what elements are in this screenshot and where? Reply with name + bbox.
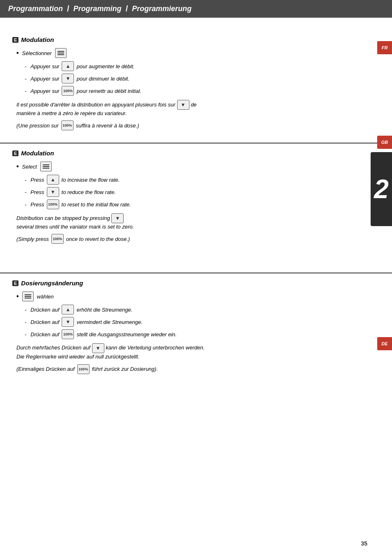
fr-note1-down-icon[interactable] (177, 100, 189, 110)
page-header: Programmation / Programming / Programmie… (0, 0, 392, 18)
fr-sub-item-2: - Appuyer sur pour diminuer le débit. (25, 74, 380, 83)
de-section-title: E Dosierungsänderung (12, 280, 380, 287)
gb-section-tag: E (12, 150, 18, 156)
de-note2-num-icon[interactable]: 100% (77, 364, 90, 374)
gb-sub-items: - Press to increase the flow rate. - Pre… (25, 175, 380, 209)
gb-press-1: Press (30, 177, 44, 183)
gb-press-2: Press (30, 189, 44, 195)
de-suffix-3: stellt die Ausgangsstreumenge wieder ein… (76, 331, 177, 338)
fr-badge: FR (377, 41, 392, 54)
fr-title-text: Modulation (21, 36, 54, 43)
gb-down-button-icon[interactable] (47, 187, 59, 197)
de-badge: DE (377, 337, 392, 350)
gb-section-title: E Modulation (12, 150, 380, 157)
page-number-badge: 2 (371, 152, 392, 226)
header-part2: Programming (74, 5, 122, 13)
gb-sub-item-1: - Press to increase the flow rate. (25, 175, 380, 185)
fr-down-button-icon[interactable] (62, 74, 74, 83)
de-suffix-2: vermindert die Streumenge. (76, 319, 142, 325)
gb-select-label: Select (22, 164, 37, 170)
de-title-text: Dosierungsänderung (21, 280, 83, 287)
gb-bullet-select: • Select (16, 162, 380, 171)
de-section: E Dosierungsänderung • wählen - Drücken … (0, 273, 392, 378)
gb-title-text: Modulation (21, 150, 54, 157)
header-sep1: / (67, 4, 69, 14)
fr-up-button-icon[interactable] (62, 61, 74, 71)
gb-note1: Distribution can be stopped by pressing … (16, 213, 214, 231)
de-section-tag: E (12, 280, 18, 286)
de-press-2: Drücken auf (30, 319, 59, 325)
fr-sub-item-1: - Appuyer sur pour augmenter le débit. (25, 61, 380, 71)
de-bullet-select: • wählen (16, 291, 380, 301)
fr-note1: Il est possible d'arrêter la distributio… (16, 100, 214, 117)
gb-note1-down-icon[interactable] (111, 213, 124, 223)
header-part1: Programmation (8, 5, 63, 13)
de-note2: (Einmaliges Drücken auf 100% führt zurüc… (16, 364, 380, 374)
gb-menu-icon[interactable] (40, 162, 52, 171)
gb-num-button-icon[interactable]: 100% (47, 199, 59, 209)
de-suffix-1: erhöht die Streumenge. (76, 307, 132, 313)
de-press-3: Drücken auf (30, 331, 59, 338)
fr-sub-items: - Appuyer sur pour augmenter le débit. -… (25, 61, 380, 96)
gb-suffix-1: to increase the flow rate. (62, 177, 120, 183)
fr-bullet-select: • Sélectionner (16, 48, 380, 58)
gb-up-button-icon[interactable] (47, 175, 59, 185)
gb-badge: GB (377, 136, 392, 149)
de-select-label: wählen (37, 294, 54, 300)
fr-num-button-icon[interactable]: 100% (62, 86, 74, 96)
fr-select-label: Sélectionner (22, 50, 52, 56)
fr-section: E Modulation • Sélectionner - Appuyer su… (0, 30, 392, 134)
gb-note2: (Simply press 100% once to revert to the… (16, 234, 380, 244)
de-press-1: Drücken auf (30, 307, 59, 313)
header-part3: Programmierung (132, 5, 191, 13)
page-number-footer: 35 (361, 540, 367, 547)
gb-section: E Modulation • Select - Press to increas… (0, 143, 392, 248)
de-up-button-icon[interactable] (62, 305, 74, 314)
de-sub-item-1: - Drücken auf erhöht die Streumenge. (25, 305, 380, 314)
de-sub-items: - Drücken auf erhöht die Streumenge. - D… (25, 305, 380, 339)
fr-note2-num-icon[interactable]: 100% (61, 120, 74, 130)
fr-sub-item-3: - Appuyer sur 100% pour remettr au débit… (25, 86, 380, 96)
fr-section-tag: E (12, 37, 18, 43)
de-note1-down-icon[interactable] (92, 343, 104, 353)
gb-sub-item-3: - Press 100% to reset to the initial flo… (25, 199, 380, 209)
de-num-button-icon[interactable]: 100% (62, 329, 74, 339)
header-sep2: / (126, 4, 128, 14)
de-note1: Durch mehrfaches Drücken auf kann die Ve… (16, 343, 214, 361)
fr-menu-icon[interactable] (55, 48, 67, 58)
gb-sub-item-2: - Press to reduce the flow rate. (25, 187, 380, 197)
fr-note2: (Une pression sur 100% suffira à revenir… (16, 120, 380, 130)
gb-press-3: Press (30, 201, 44, 208)
gb-suffix-2: to reduce the flow rate. (62, 189, 116, 195)
fr-section-title: E Modulation (12, 36, 380, 43)
de-menu-icon[interactable] (22, 291, 34, 301)
de-down-button-icon[interactable] (62, 317, 74, 327)
de-sub-item-3: - Drücken auf 100% stellt die Ausgangsst… (25, 329, 380, 339)
de-sub-item-2: - Drücken auf vermindert die Streumenge. (25, 317, 380, 327)
gb-suffix-3: to reset to the initial flow rate. (62, 201, 131, 208)
gb-note2-num-icon[interactable]: 100% (51, 234, 64, 244)
